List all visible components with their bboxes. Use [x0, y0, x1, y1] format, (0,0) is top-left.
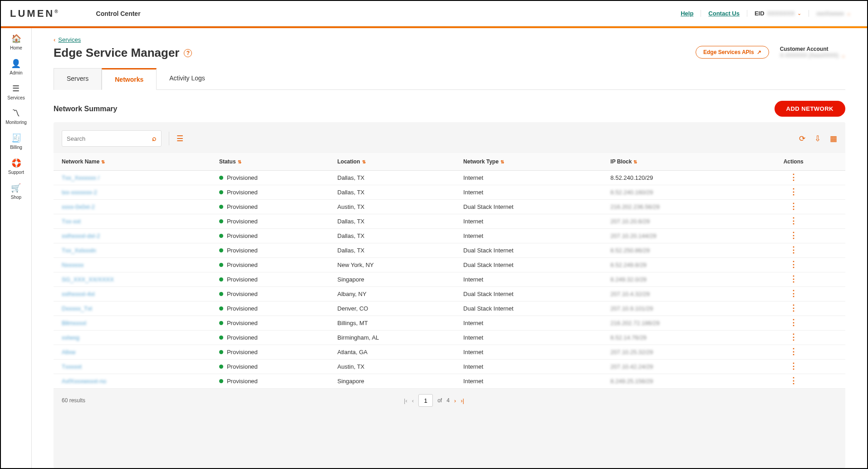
table-row[interactable]: xxxx-0x0xt-2 Provisioned Austin, TX Dual…: [54, 200, 845, 214]
first-page-button[interactable]: |‹: [404, 397, 407, 404]
location-cell: Dallas, TX: [333, 229, 459, 243]
network-name-link[interactable]: Bllmxxxxl: [62, 320, 86, 326]
table-row[interactable]: Txx_Xxxxxxx / Provisioned Dallas, TX Int…: [54, 171, 845, 185]
sidebar-item-home[interactable]: 🏠Home: [10, 34, 22, 50]
table-row[interactable]: txx-xxxxxxx-2 Provisioned Dallas, TX Int…: [54, 185, 845, 200]
ip-block-cell: 216.202.236.56/29: [606, 200, 750, 214]
table-row[interactable]: Nxxxxxx Provisioned New York, NY Dual St…: [54, 258, 845, 272]
status-dot-icon: [219, 292, 223, 296]
customer-account-dropdown[interactable]: Customer Account X-XXXXXX (XxxxXXXX)⌄: [780, 46, 845, 59]
sidebar-item-admin[interactable]: 👤Admin: [10, 59, 22, 75]
tab-servers[interactable]: Servers: [54, 68, 102, 90]
row-actions-menu[interactable]: ⋮: [790, 189, 798, 194]
network-name-link[interactable]: Txx-xxt: [62, 218, 81, 225]
prev-page-button[interactable]: ‹: [412, 397, 414, 404]
row-actions-menu[interactable]: ⋮: [790, 218, 798, 223]
table-row[interactable]: Txx-xxt Provisioned Dallas, TX Internet …: [54, 214, 845, 229]
status-dot-icon: [219, 248, 223, 252]
network-type-cell: Internet: [459, 345, 606, 360]
table-row[interactable]: Allxw Provisioned Atlanta, GA Internet 2…: [54, 345, 845, 360]
row-actions-menu[interactable]: ⋮: [790, 320, 798, 325]
row-actions-menu[interactable]: ⋮: [790, 335, 798, 340]
network-name-link[interactable]: Txx_Xxxxxxx /: [62, 174, 99, 181]
ip-block-cell: 216.202.72.186/29: [606, 316, 750, 331]
sidebar-item-monitoring[interactable]: 〽Monitoring: [5, 109, 27, 125]
edge-apis-button[interactable]: Edge Services APIs ↗: [696, 46, 769, 59]
status-cell: Provisioned: [219, 189, 329, 196]
sidebar-item-shop[interactable]: 🛒Shop: [11, 183, 21, 200]
tabs: ServersNetworksActivity Logs: [54, 68, 845, 90]
col-status[interactable]: Status⇅: [215, 153, 333, 171]
network-name-link[interactable]: Nxxxxxx: [62, 262, 83, 268]
network-name-link[interactable]: txx-xxxxxxx-2: [62, 189, 97, 196]
table-row[interactable]: Txx_Xxlxxxln Provisioned Dallas, TX Dual…: [54, 243, 845, 258]
row-actions-menu[interactable]: ⋮: [790, 291, 798, 296]
table-row[interactable]: Bllmxxxxl Provisioned Billings, MT Inter…: [54, 316, 845, 331]
network-name-link[interactable]: SG_XXX_XX/XXXX: [62, 276, 114, 283]
status-cell: Provisioned: [219, 363, 329, 370]
network-name-link[interactable]: Allxw: [62, 349, 75, 355]
network-name-link[interactable]: Txx_Xxlxxxln: [62, 247, 96, 254]
tab-networks[interactable]: Networks: [102, 68, 157, 90]
network-type-cell: Internet: [459, 229, 606, 243]
search-input[interactable]: [67, 135, 152, 142]
table-row[interactable]: xxlwxg Provisioned Birmingham, AL Intern…: [54, 331, 845, 345]
filter-icon[interactable]: ☰: [177, 134, 183, 143]
row-actions-menu[interactable]: ⋮: [790, 175, 798, 180]
sort-icon: ⇅: [101, 159, 105, 164]
billing-icon: 🧾: [11, 133, 21, 143]
row-actions-menu[interactable]: ⋮: [790, 233, 798, 238]
network-name-link[interactable]: xxlhxxxxl-dxl-2: [62, 232, 100, 239]
row-actions-menu[interactable]: ⋮: [790, 204, 798, 209]
table-row[interactable]: Dxxxxx_Txt Provisioned Denver, CO Dual S…: [54, 301, 845, 316]
page-title: Edge Service Manager ?: [54, 46, 192, 60]
network-name-link[interactable]: Txxxxxt: [62, 363, 82, 370]
search-box: ⌕: [62, 130, 162, 147]
services-icon: ☰: [12, 84, 20, 94]
page-input[interactable]: [418, 394, 433, 407]
add-network-button[interactable]: ADD NETWORK: [775, 101, 845, 117]
col-network-type[interactable]: Network Type⇅: [459, 153, 606, 171]
user-dropdown[interactable]: xxxXxxxxx ⌄: [809, 10, 858, 17]
status-dot-icon: [219, 379, 223, 383]
network-name-link[interactable]: xxlhxxxxl-4xl: [62, 291, 95, 297]
back-chevron-icon[interactable]: ‹: [54, 36, 55, 43]
network-name-link[interactable]: xxlwxg: [62, 334, 79, 341]
sidebar-item-billing[interactable]: 🧾Billing: [10, 133, 22, 150]
table-row[interactable]: xxlhxxxxl-4xl Provisioned Albany, NY Dua…: [54, 287, 845, 301]
download-icon[interactable]: ⇩: [814, 134, 821, 143]
shop-icon: 🛒: [11, 183, 21, 193]
help-icon[interactable]: ?: [184, 49, 192, 57]
table-row[interactable]: SG_XXX_XX/XXXX Provisioned Singapore Int…: [54, 272, 845, 287]
search-icon[interactable]: ⌕: [152, 134, 157, 143]
breadcrumb-services-link[interactable]: Services: [58, 36, 81, 43]
row-actions-menu[interactable]: ⋮: [790, 378, 798, 383]
network-name-link[interactable]: Dxxxxx_Txt: [62, 305, 92, 312]
status-cell: Provisioned: [219, 378, 329, 385]
eid-dropdown[interactable]: EID XXXXXXX ⌄: [747, 10, 809, 17]
network-name-link[interactable]: xxxx-0x0xt-2: [62, 203, 95, 210]
next-page-button[interactable]: ›: [454, 397, 456, 404]
sidebar-item-services[interactable]: ☰Services: [7, 84, 25, 100]
last-page-button[interactable]: ›|: [461, 397, 464, 404]
columns-icon[interactable]: ▦: [830, 134, 837, 143]
row-actions-menu[interactable]: ⋮: [790, 349, 798, 354]
tab-activity-logs[interactable]: Activity Logs: [157, 68, 218, 90]
row-actions-menu[interactable]: ⋮: [790, 364, 798, 369]
row-actions-menu[interactable]: ⋮: [790, 306, 798, 311]
row-actions-menu[interactable]: ⋮: [790, 247, 798, 252]
table-row[interactable]: xxlhxxxxl-dxl-2 Provisioned Dallas, TX I…: [54, 229, 845, 243]
row-actions-menu[interactable]: ⋮: [790, 276, 798, 281]
ip-block-cell: 8.249.25.156/29: [606, 374, 750, 389]
table-row[interactable]: AxfXxxxwxxxt-no Provisioned Singapore In…: [54, 374, 845, 389]
col-ip-block[interactable]: IP Block⇅: [606, 153, 750, 171]
row-actions-menu[interactable]: ⋮: [790, 262, 798, 267]
sidebar-item-support[interactable]: 🛟Support: [8, 158, 24, 175]
contact-link[interactable]: Contact Us: [701, 10, 747, 17]
col-network-name[interactable]: Network Name⇅: [54, 153, 215, 171]
table-row[interactable]: Txxxxxt Provisioned Austin, TX Internet …: [54, 360, 845, 374]
col-location[interactable]: Location⇅: [333, 153, 459, 171]
refresh-icon[interactable]: ⟳: [799, 134, 805, 143]
help-link[interactable]: Help: [673, 10, 701, 17]
network-name-link[interactable]: AxfXxxxwxxxt-no: [62, 378, 106, 385]
